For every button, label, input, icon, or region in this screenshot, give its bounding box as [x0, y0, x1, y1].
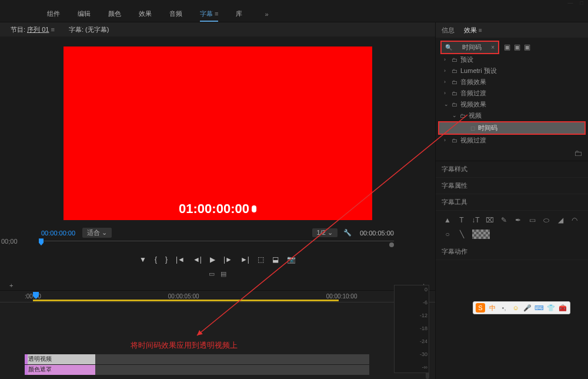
step-forward-button[interactable]: |► — [223, 255, 232, 264]
safe-margins-button[interactable]: ▤ — [220, 270, 226, 278]
program-scrubber[interactable] — [39, 241, 394, 252]
playhead-icon[interactable] — [39, 238, 44, 245]
effect-tree-item[interactable]: ›🗀Lumetri 预设 — [440, 65, 583, 77]
clip-label: 透明视频 — [25, 355, 52, 363]
ruler-mark: 00:00:05:00 — [168, 293, 199, 300]
more-workspaces-icon[interactable]: » — [265, 11, 268, 18]
vertical-type-icon[interactable]: ↓T — [470, 214, 482, 226]
accelerated-fx-icon[interactable]: ▣ — [504, 43, 510, 51]
ime-keyboard-button[interactable]: ⌨ — [534, 303, 544, 312]
ime-skin-button[interactable]: 👕 — [546, 303, 556, 312]
timeline-panel: :00:00 00:00:05:00 00:00:10:00 透明视频 颜色遮罩… — [0, 290, 435, 379]
caption-tools-row: ▲ T ↓T ⌧ ✎ ✒ ▭ ⬭ ◢ ◠ ○ ╲ — [436, 211, 588, 244]
effect-tree-item[interactable]: ›🗀音频过渡 — [440, 88, 583, 99]
annotation-text: 将时间码效果应用到透明视频上 — [131, 340, 238, 351]
ime-lang-button[interactable]: 中 — [487, 303, 497, 312]
tab-captions[interactable]: 字幕 ≡ — [200, 9, 218, 22]
effect-tree-item[interactable]: ⌄🗀视频效果 — [440, 99, 583, 110]
right-panel-tabs: 信息 效果 ≡ — [436, 22, 588, 38]
clear-search-button[interactable]: × — [491, 44, 495, 51]
caption-actions-section[interactable]: 字幕动作 — [436, 244, 588, 260]
search-icon: 🔍 — [445, 44, 452, 51]
program-panel-header: 节目: 序列 01 ≡ 字幕: (无字幕) — [0, 22, 435, 36]
play-button[interactable]: ▶ — [210, 255, 215, 264]
pen-tool-icon[interactable]: ✎ — [498, 214, 510, 226]
caption-info: 字幕: (无字幕) — [64, 23, 113, 36]
maximize-icon[interactable]: □ — [580, 0, 583, 6]
effect-item-selected[interactable]: ◻时间码 — [438, 121, 586, 135]
video-track-2[interactable]: 透明视频 — [25, 354, 369, 364]
transport-controls: ▼ { } |◄ ◄| ▶ |► ►| ⬚ ⬓ 📷 — [0, 252, 435, 267]
arc-icon[interactable]: ◠ — [569, 214, 580, 226]
tab-audio[interactable]: 音频 — [169, 9, 182, 18]
line-icon[interactable]: ╲ — [456, 228, 467, 240]
effect-tree-item[interactable]: ›🗀音频效果 — [440, 77, 583, 88]
go-to-out-button[interactable]: ►| — [240, 255, 249, 264]
playhead-timecode[interactable]: 00:00:00:00 — [41, 230, 75, 237]
tab-editing[interactable]: 编辑 — [78, 9, 91, 18]
effects-tree: ›🗀预设›🗀Lumetri 预设›🗀音频效果›🗀音频过渡⌄🗀视频效果⌄🗀视频◻时… — [436, 54, 588, 148]
minimize-icon[interactable]: — — [568, 0, 573, 6]
new-bin-button[interactable]: 🗀 — [436, 148, 588, 158]
selection-tool-icon[interactable]: ▲ — [442, 214, 453, 226]
effect-tree-item[interactable]: ›🗀预设 — [440, 54, 583, 65]
rounded-rect-icon[interactable]: ⬭ — [540, 214, 552, 226]
video-track-1[interactable]: 颜色遮罩 — [25, 365, 369, 375]
caption-props-section[interactable]: 字幕属性 — [436, 178, 588, 194]
ime-toolbar[interactable]: S 中 •, ☺ 🎤 ⌨ 👕 🧰 — [473, 301, 570, 314]
type-tool-icon[interactable]: T — [456, 214, 467, 226]
zoom-fit-select[interactable]: 适合 ⌄ — [82, 228, 112, 238]
area-type-icon[interactable]: ⌧ — [484, 214, 496, 226]
32bit-fx-icon[interactable]: ▣ — [514, 43, 520, 51]
step-back-button[interactable]: ◄| — [193, 255, 202, 264]
resolution-select[interactable]: 1/2 ⌄ — [312, 228, 338, 237]
ellipse-icon[interactable]: ○ — [442, 228, 453, 240]
tab-color[interactable]: 颜色 — [108, 9, 121, 18]
comparison-view-button[interactable]: ▭ — [209, 270, 215, 278]
workspace-tabs: 组件 编辑 颜色 效果 音频 字幕 ≡ 库 » — [0, 6, 588, 22]
transparency-swatch[interactable] — [472, 230, 490, 239]
export-frame-button[interactable]: 📷 — [287, 255, 296, 264]
add-panel-left-button[interactable]: + — [9, 282, 13, 289]
clip-label: 颜色遮罩 — [25, 365, 52, 374]
extract-button[interactable]: ⬓ — [272, 255, 279, 264]
caption-styles-section[interactable]: 字幕样式 — [436, 161, 588, 178]
tab-libraries[interactable]: 库 — [236, 9, 242, 18]
wedge-icon[interactable]: ◢ — [554, 214, 566, 226]
tab-effects-panel[interactable]: 效果 ≡ — [464, 26, 482, 35]
rectangle-icon[interactable]: ▭ — [526, 214, 538, 226]
mark-in-button[interactable]: { — [155, 255, 157, 264]
ruler-mark: 00:00:10:00 — [326, 293, 358, 300]
ime-emoji-button[interactable]: ☺ — [511, 303, 520, 312]
work-area-bar[interactable] — [33, 300, 339, 301]
yuv-fx-icon[interactable]: ▣ — [524, 43, 530, 51]
add-marker-button[interactable]: ▼ — [139, 255, 146, 264]
search-value: 时间码 — [462, 43, 482, 52]
duration-timecode: 00:00:05:00 — [360, 230, 394, 237]
ime-logo-icon: S — [476, 303, 485, 312]
tab-info[interactable]: 信息 — [442, 26, 455, 35]
tab-assembly[interactable]: 组件 — [47, 9, 60, 18]
timecode-burn-in: 01:00:00:00 — [179, 201, 256, 217]
effects-search-input[interactable]: 🔍 时间码 × — [440, 41, 499, 54]
source-timecode-left: 00;00 — [1, 238, 18, 245]
audio-meter: 0 -6 -12 -18 -24 -30 -∞ — [394, 285, 429, 373]
add-anchor-icon[interactable]: ✒ — [512, 214, 524, 226]
window-controls: — □ — [0, 0, 588, 6]
program-monitor[interactable]: 01:00:00:00 — [0, 36, 435, 225]
lift-button[interactable]: ⬚ — [258, 255, 264, 264]
go-to-in-button[interactable]: |◄ — [176, 255, 185, 264]
caption-tools-section: 字幕工具 — [436, 194, 588, 211]
ime-voice-button[interactable]: 🎤 — [523, 303, 532, 312]
scrubber-end-handle[interactable] — [389, 242, 394, 247]
effect-tree-item[interactable]: ›🗀视频过渡 — [440, 135, 583, 146]
effect-tree-item[interactable]: ⌄🗀视频 — [440, 110, 583, 121]
secondary-controls: ▭ ▤ — [0, 267, 435, 281]
ime-punct-button[interactable]: •, — [499, 303, 509, 312]
settings-icon[interactable]: 🔧 — [343, 229, 352, 237]
mark-out-button[interactable]: } — [165, 255, 168, 264]
program-tab[interactable]: 节目: 序列 01 ≡ — [6, 23, 59, 36]
tab-effects[interactable]: 效果 — [139, 9, 152, 18]
ime-toolbox-button[interactable]: 🧰 — [558, 303, 567, 312]
